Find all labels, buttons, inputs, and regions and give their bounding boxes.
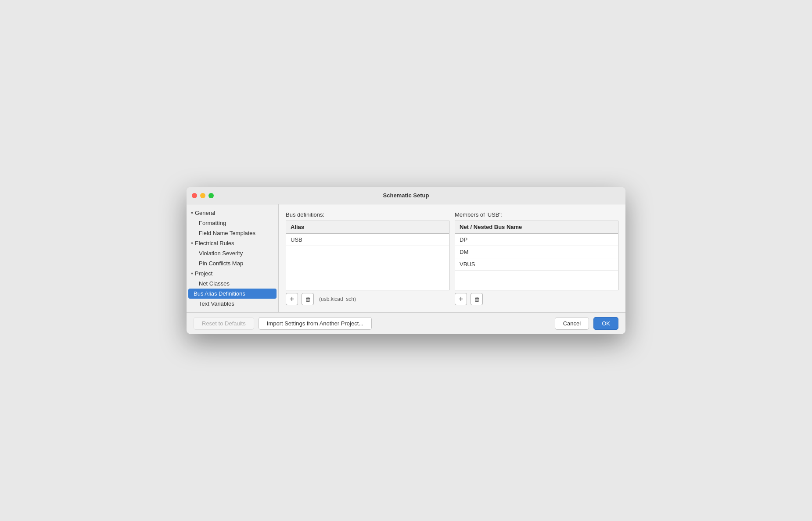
chevron-down-icon-3: ▾	[191, 271, 193, 276]
delete-member-button[interactable]	[471, 293, 483, 305]
delete-bus-button[interactable]	[302, 293, 314, 305]
sidebar-formatting-label: Formatting	[199, 220, 226, 226]
content-area: Bus definitions: Alias USB	[279, 204, 625, 312]
members-table-container[interactable]: Net / Nested Bus Name DP DM	[455, 221, 618, 290]
plus-icon-2	[459, 295, 463, 304]
sidebar-item-net-classes[interactable]: Net Classes	[187, 278, 278, 289]
bus-definitions-table: Alias USB	[286, 221, 449, 246]
bus-definitions-table-container[interactable]: Alias USB	[286, 221, 449, 290]
main-area: ▾ General Formatting Field Name Template…	[187, 204, 625, 312]
footer-source: (usb.kicad_sch)	[319, 296, 356, 302]
trash-icon	[305, 295, 311, 303]
sidebar-pin-conflicts-map-label: Pin Conflicts Map	[199, 260, 243, 267]
window-controls	[192, 193, 214, 198]
member-cell-dp: DP	[455, 233, 618, 246]
alias-column-header: Alias	[286, 221, 449, 233]
sidebar-group-general[interactable]: ▾ General	[187, 208, 278, 218]
sidebar-violation-severity-label: Violation Severity	[199, 250, 243, 257]
sidebar-item-pin-conflicts-map[interactable]: Pin Conflicts Map	[187, 258, 278, 268]
ok-button[interactable]: OK	[593, 317, 618, 330]
members-table: Net / Nested Bus Name DP DM	[455, 221, 618, 271]
table-row[interactable]: VBUS	[455, 258, 618, 271]
sidebar-item-text-variables[interactable]: Text Variables	[187, 299, 278, 309]
bus-definitions-label: Bus definitions:	[286, 211, 449, 218]
cancel-button[interactable]: Cancel	[555, 317, 589, 330]
plus-icon	[290, 295, 295, 304]
sidebar: ▾ General Formatting Field Name Template…	[187, 204, 279, 312]
chevron-down-icon: ▾	[191, 211, 193, 215]
bottom-bar: Reset to Defaults Import Settings from A…	[187, 312, 625, 334]
sidebar-net-classes-label: Net Classes	[199, 280, 230, 287]
trash-icon-2	[474, 295, 480, 303]
table-row[interactable]: DM	[455, 246, 618, 258]
minimize-button[interactable]	[200, 193, 205, 198]
table-row[interactable]: USB	[286, 233, 449, 246]
member-cell-dm: DM	[455, 246, 618, 258]
sidebar-item-bus-alias-definitions[interactable]: Bus Alias Definitions	[188, 289, 277, 299]
add-bus-button[interactable]	[286, 293, 298, 305]
panels-row: Bus definitions: Alias USB	[286, 211, 618, 305]
sidebar-group-project[interactable]: ▾ Project	[187, 268, 278, 278]
maximize-button[interactable]	[208, 193, 214, 198]
members-panel: Members of 'USB': Net / Nested Bus Name …	[455, 211, 618, 305]
net-nested-bus-name-column-header: Net / Nested Bus Name	[455, 221, 618, 233]
window-title: Schematic Setup	[383, 192, 429, 199]
bus-definitions-header-row: Alias	[286, 221, 449, 233]
sidebar-item-field-name-templates[interactable]: Field Name Templates	[187, 228, 278, 238]
members-header-row: Net / Nested Bus Name	[455, 221, 618, 233]
table-row[interactable]: DP	[455, 233, 618, 246]
bottom-bar-right: Cancel OK	[555, 317, 618, 330]
main-window: Schematic Setup ▾ General Formatting Fie…	[187, 187, 625, 334]
members-footer	[455, 293, 618, 305]
import-settings-button[interactable]: Import Settings from Another Project...	[259, 317, 372, 330]
alias-cell: USB	[286, 233, 449, 246]
sidebar-item-violation-severity[interactable]: Violation Severity	[187, 248, 278, 258]
reset-to-defaults-button[interactable]: Reset to Defaults	[194, 317, 254, 330]
members-label: Members of 'USB':	[455, 211, 618, 218]
sidebar-bus-alias-definitions-label: Bus Alias Definitions	[194, 290, 245, 297]
member-cell-vbus: VBUS	[455, 258, 618, 271]
sidebar-text-variables-label: Text Variables	[199, 300, 234, 307]
bus-definitions-panel: Bus definitions: Alias USB	[286, 211, 449, 305]
close-button[interactable]	[192, 193, 197, 198]
sidebar-group-general-label: General	[195, 210, 215, 216]
bus-definitions-footer: (usb.kicad_sch)	[286, 293, 449, 305]
chevron-down-icon-2: ▾	[191, 241, 193, 246]
titlebar: Schematic Setup	[187, 187, 625, 204]
sidebar-field-name-templates-label: Field Name Templates	[199, 230, 255, 236]
sidebar-item-formatting[interactable]: Formatting	[187, 218, 278, 228]
sidebar-group-project-label: Project	[195, 270, 212, 277]
add-member-button[interactable]	[455, 293, 467, 305]
sidebar-group-electrical-rules[interactable]: ▾ Electrical Rules	[187, 238, 278, 248]
sidebar-group-electrical-rules-label: Electrical Rules	[195, 240, 234, 246]
